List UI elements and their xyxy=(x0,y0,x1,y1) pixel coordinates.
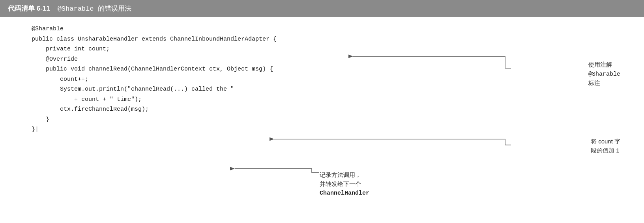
code-area: @Sharable public class UnsharableHandler… xyxy=(0,17,644,142)
page-container: 代码清单 6-11 @Sharable 的错误用法 @Sharable publ… xyxy=(0,0,644,223)
code-line-9: ctx.fireChannelRead(msg); xyxy=(32,104,486,115)
annotation-top-right-line1: 使用注解 xyxy=(588,61,612,68)
annotation-bottom-mid-line3: ChannelHandler xyxy=(320,190,369,197)
annotation-mid-right-line2: 段的值加 1 xyxy=(591,147,620,154)
annotation-top-right-line3: 标注 xyxy=(588,80,600,86)
annotation-top-right-line2: @Sharable xyxy=(588,71,620,78)
code-line-7: System.out.println("channelRead(...) cal… xyxy=(32,84,486,95)
annotation-top-right: 使用注解 @Sharable 标注 xyxy=(588,60,620,88)
code-line-1: @Sharable xyxy=(32,24,486,34)
annotation-bottom-mid: 记录方法调用， 并转发给下一个 ChannelHandler xyxy=(320,171,369,198)
code-block: @Sharable public class UnsharableHandler… xyxy=(0,24,644,135)
header-title: 代码清单 6-11 @Sharable 的错误用法 xyxy=(8,4,131,13)
code-line-5: public void channelRead(ChannelHandlerCo… xyxy=(32,64,486,74)
arrow-3 xyxy=(235,169,319,173)
header-bar: 代码清单 6-11 @Sharable 的错误用法 xyxy=(0,0,644,17)
code-line-8: + count + " time"); xyxy=(32,95,486,105)
code-line-10: } xyxy=(32,115,486,125)
code-line-4: @Override xyxy=(32,54,486,65)
annotation-bottom-mid-line2: 并转发给下一个 xyxy=(320,180,361,187)
code-line-3: private int count; xyxy=(32,44,486,54)
annotation-mid-right: 将 count 字 段的值加 1 xyxy=(591,137,620,155)
annotation-mid-right-line1: 将 count 字 xyxy=(591,138,620,145)
listing-number: 代码清单 6-11 xyxy=(8,5,50,12)
annotation-bottom-mid-line1: 记录方法调用， xyxy=(320,171,361,178)
listing-subtitle-mono: @Sharable 的错误用法 xyxy=(58,5,131,13)
code-line-11: }| xyxy=(32,125,486,135)
code-line-6: count++; xyxy=(32,74,486,85)
arrow-2 xyxy=(274,139,511,145)
code-line-2: public class UnsharableHandler extends C… xyxy=(32,34,486,45)
